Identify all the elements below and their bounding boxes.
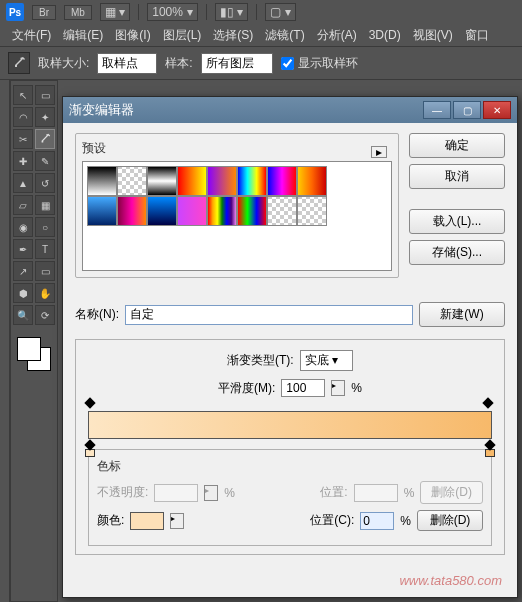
color-menu-icon[interactable]: ▸ bbox=[170, 513, 184, 529]
preset-swatch[interactable] bbox=[117, 166, 147, 196]
blur-tool[interactable]: ◉ bbox=[13, 217, 33, 237]
menu-edit[interactable]: 编辑(E) bbox=[57, 25, 109, 46]
gradient-tool[interactable]: ▦ bbox=[35, 195, 55, 215]
preset-swatch[interactable] bbox=[87, 166, 117, 196]
preset-swatch[interactable] bbox=[297, 166, 327, 196]
eraser-tool[interactable]: ▱ bbox=[13, 195, 33, 215]
menu-analysis[interactable]: 分析(A) bbox=[311, 25, 363, 46]
type-tool[interactable]: T bbox=[35, 239, 55, 259]
menu-select[interactable]: 选择(S) bbox=[207, 25, 259, 46]
opacity-stop-right[interactable] bbox=[484, 399, 494, 409]
arrange-dropdown[interactable]: ▮▯ ▾ bbox=[215, 3, 248, 21]
mini-bridge-button[interactable]: Mb bbox=[64, 5, 92, 20]
3d-tool[interactable]: ⬢ bbox=[13, 283, 33, 303]
preset-swatch[interactable] bbox=[177, 166, 207, 196]
history-brush-tool[interactable]: ↺ bbox=[35, 173, 55, 193]
name-label: 名称(N): bbox=[75, 306, 119, 323]
preset-swatch[interactable] bbox=[147, 196, 177, 226]
lasso-tool[interactable]: ◠ bbox=[13, 107, 33, 127]
preset-swatch[interactable] bbox=[177, 196, 207, 226]
opacity-stop-left[interactable] bbox=[86, 399, 96, 409]
extras-dropdown[interactable]: ▢ ▾ bbox=[265, 3, 295, 21]
gradient-bar[interactable] bbox=[88, 411, 492, 439]
smoothness-input[interactable] bbox=[281, 379, 325, 397]
shape-tool[interactable]: ▭ bbox=[35, 261, 55, 281]
wand-tool[interactable]: ✦ bbox=[35, 107, 55, 127]
pen-tool[interactable]: ✒ bbox=[13, 239, 33, 259]
preset-swatch[interactable] bbox=[207, 196, 237, 226]
minimize-button[interactable]: — bbox=[423, 101, 451, 119]
preset-swatch[interactable] bbox=[117, 196, 147, 226]
ok-button[interactable]: 确定 bbox=[409, 133, 505, 158]
presets-flyout-icon[interactable]: ▸ bbox=[371, 146, 387, 158]
cancel-button[interactable]: 取消 bbox=[409, 164, 505, 189]
color-stop-right[interactable] bbox=[485, 441, 495, 453]
dialog-title: 渐变编辑器 bbox=[69, 101, 423, 119]
preset-swatch[interactable] bbox=[267, 196, 297, 226]
screen-mode-dropdown[interactable]: ▦ ▾ bbox=[100, 3, 130, 21]
separator bbox=[138, 4, 139, 20]
gradient-type-label: 渐变类型(T): bbox=[227, 352, 294, 369]
tools-panel: ↖ ▭ ◠ ✦ ✂ ✚ ✎ ▲ ↺ ▱ ▦ ◉ ○ ✒ T ↗ ▭ ⬢ ✋ 🔍 … bbox=[10, 80, 58, 602]
color-stop-left[interactable] bbox=[85, 441, 95, 453]
menu-view[interactable]: 视图(V) bbox=[407, 25, 459, 46]
color-label: 颜色: bbox=[97, 512, 124, 529]
bridge-button[interactable]: Br bbox=[32, 5, 56, 20]
color-location-input[interactable] bbox=[360, 512, 394, 530]
menu-filter[interactable]: 滤镜(T) bbox=[259, 25, 310, 46]
menu-3d[interactable]: 3D(D) bbox=[363, 26, 407, 44]
presets-label: 预设 bbox=[82, 140, 106, 157]
foreground-swatch[interactable] bbox=[17, 337, 41, 361]
ps-logo: Ps bbox=[6, 3, 24, 21]
sample-size-select[interactable]: 取样点 bbox=[97, 53, 157, 74]
preset-swatch[interactable] bbox=[237, 166, 267, 196]
dodge-tool[interactable]: ○ bbox=[35, 217, 55, 237]
load-button[interactable]: 载入(L)... bbox=[409, 209, 505, 234]
rotate-tool[interactable]: ⟳ bbox=[35, 305, 55, 325]
opacity-label: 不透明度: bbox=[97, 484, 148, 501]
eyedropper-tool-icon[interactable] bbox=[8, 52, 30, 74]
opacity-delete-button: 删除(D) bbox=[420, 481, 483, 504]
menu-window[interactable]: 窗口 bbox=[459, 25, 495, 46]
smoothness-step-icon[interactable]: ▸ bbox=[331, 380, 345, 396]
sample-label: 样本: bbox=[165, 55, 192, 72]
path-select-tool[interactable]: ↗ bbox=[13, 261, 33, 281]
heal-tool[interactable]: ✚ bbox=[13, 151, 33, 171]
marquee-tool[interactable]: ▭ bbox=[35, 85, 55, 105]
brush-tool[interactable]: ✎ bbox=[35, 151, 55, 171]
preset-swatch[interactable] bbox=[147, 166, 177, 196]
percent-label: % bbox=[351, 381, 362, 395]
show-ring-check[interactable] bbox=[281, 57, 294, 70]
save-button[interactable]: 存储(S)... bbox=[409, 240, 505, 265]
hand-tool[interactable]: ✋ bbox=[35, 283, 55, 303]
zoom-dropdown[interactable]: 100% ▾ bbox=[147, 3, 198, 21]
menu-bar: 文件(F) 编辑(E) 图像(I) 图层(L) 选择(S) 滤镜(T) 分析(A… bbox=[0, 24, 522, 46]
maximize-button[interactable]: ▢ bbox=[453, 101, 481, 119]
preset-swatch[interactable] bbox=[267, 166, 297, 196]
color-swatches[interactable] bbox=[13, 333, 53, 373]
color-delete-button[interactable]: 删除(D) bbox=[417, 510, 483, 531]
preset-swatch[interactable] bbox=[237, 196, 267, 226]
color-location-label: 位置(C): bbox=[310, 512, 354, 529]
close-button[interactable]: ✕ bbox=[483, 101, 511, 119]
color-stop-swatch[interactable] bbox=[130, 512, 164, 530]
crop-tool[interactable]: ✂ bbox=[13, 129, 33, 149]
presets-grid: ▸ bbox=[82, 161, 392, 271]
smoothness-label: 平滑度(M): bbox=[218, 380, 275, 397]
preset-swatch[interactable] bbox=[87, 196, 117, 226]
menu-image[interactable]: 图像(I) bbox=[109, 25, 156, 46]
preset-swatch[interactable] bbox=[297, 196, 327, 226]
opacity-input bbox=[154, 484, 198, 502]
preset-swatch[interactable] bbox=[207, 166, 237, 196]
stamp-tool[interactable]: ▲ bbox=[13, 173, 33, 193]
menu-layer[interactable]: 图层(L) bbox=[157, 25, 208, 46]
name-input[interactable] bbox=[125, 305, 413, 325]
new-button[interactable]: 新建(W) bbox=[419, 302, 505, 327]
show-sampling-ring-checkbox[interactable]: 显示取样环 bbox=[281, 55, 358, 72]
menu-file[interactable]: 文件(F) bbox=[6, 25, 57, 46]
gradient-type-select[interactable]: 实底 ▾ bbox=[300, 350, 353, 371]
move-tool[interactable]: ↖ bbox=[13, 85, 33, 105]
sample-layers-select[interactable]: 所有图层 bbox=[201, 53, 273, 74]
eyedropper-tool[interactable] bbox=[35, 129, 55, 149]
zoom-tool[interactable]: 🔍 bbox=[13, 305, 33, 325]
